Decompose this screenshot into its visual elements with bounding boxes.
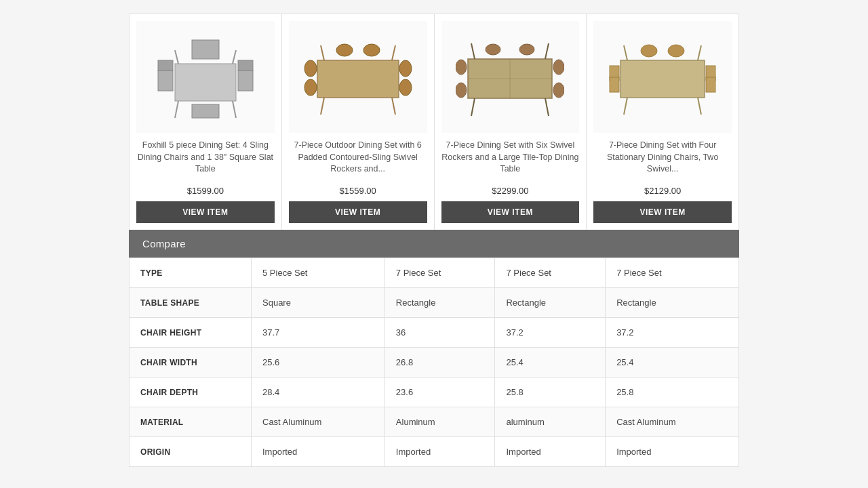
svg-point-19: [399, 79, 412, 96]
attr-value-4-3: 25.8: [606, 378, 739, 407]
products-row: Foxhill 5 piece Dining Set: 4 Sling Dini…: [129, 14, 739, 230]
svg-point-20: [336, 44, 353, 56]
view-item-button-4[interactable]: VIEW ITEM: [593, 201, 732, 223]
svg-point-31: [553, 60, 564, 75]
svg-line-2: [233, 101, 236, 118]
attr-value-2-1: 36: [384, 318, 495, 348]
attr-label-3: CHAIR WIDTH: [130, 348, 252, 378]
svg-point-45: [668, 45, 684, 57]
product-price-4: $2129.00: [644, 186, 681, 196]
svg-rect-8: [238, 60, 253, 70]
product-name-1: Foxhill 5 piece Dining Set: 4 Sling Dini…: [136, 140, 275, 180]
attr-value-5-0: Cast Aluminum: [252, 407, 385, 437]
attr-value-5-1: Aluminum: [384, 407, 495, 437]
svg-rect-41: [610, 77, 619, 92]
svg-line-25: [471, 98, 475, 116]
svg-point-33: [486, 44, 500, 55]
product-card-1: Foxhill 5 piece Dining Set: 4 Sling Dini…: [130, 14, 282, 230]
attr-value-5-3: Cast Aluminum: [606, 407, 739, 437]
svg-point-29: [456, 60, 467, 75]
attr-value-1-3: Rectangle: [606, 288, 739, 318]
attr-value-3-0: 25.6: [252, 348, 385, 378]
svg-point-18: [399, 60, 412, 77]
attr-label-2: CHAIR HEIGHT: [130, 318, 252, 348]
svg-line-39: [698, 45, 701, 60]
product-name-3: 7-Piece Dining Set with Six Swivel Rocke…: [441, 140, 580, 180]
svg-rect-7: [238, 70, 253, 91]
attr-value-6-0: Imported: [252, 437, 385, 467]
svg-line-37: [698, 98, 701, 115]
svg-line-38: [624, 45, 627, 60]
attr-value-0-0: 5 Piece Set: [252, 258, 385, 288]
attr-value-0-3: 7 Piece Set: [606, 258, 739, 288]
attr-value-0-2: 7 Piece Set: [495, 258, 606, 288]
attr-value-1-0: Square: [252, 288, 385, 318]
product-image-1: [136, 21, 275, 133]
svg-point-32: [553, 83, 564, 98]
attr-value-3-2: 25.4: [495, 348, 606, 378]
svg-point-44: [641, 45, 657, 57]
svg-line-12: [321, 98, 324, 115]
svg-point-21: [363, 44, 380, 56]
compare-header: Compare: [129, 230, 739, 258]
attr-value-1-2: Rectangle: [495, 288, 606, 318]
svg-rect-6: [158, 60, 173, 70]
main-container: Foxhill 5 piece Dining Set: 4 Sling Dini…: [129, 14, 739, 467]
product-image-2: [289, 21, 427, 133]
attr-value-6-2: Imported: [495, 437, 606, 467]
product-price-2: $1559.00: [340, 186, 376, 196]
attr-value-6-1: Imported: [384, 437, 495, 467]
svg-rect-5: [158, 70, 173, 91]
attr-label-6: ORIGIN: [130, 437, 252, 467]
attr-value-4-2: 25.8: [495, 378, 606, 407]
svg-line-36: [624, 98, 627, 115]
product-name-2: 7-Piece Outdoor Dining Set with 6 Padded…: [289, 140, 427, 180]
svg-rect-0: [175, 64, 236, 101]
compare-table: TYPE5 Piece Set7 Piece Set7 Piece Set7 P…: [129, 258, 739, 467]
svg-point-16: [304, 60, 317, 77]
svg-point-30: [456, 83, 467, 98]
product-name-4: 7-Piece Dining Set with Four Stationary …: [593, 140, 732, 180]
svg-line-28: [545, 43, 549, 59]
svg-line-27: [471, 43, 475, 59]
svg-rect-43: [706, 77, 715, 92]
svg-line-13: [392, 98, 395, 115]
svg-point-17: [304, 79, 317, 96]
attr-label-0: TYPE: [130, 258, 252, 288]
attr-value-4-0: 28.4: [252, 378, 385, 407]
attr-value-3-3: 25.4: [606, 348, 739, 378]
svg-rect-11: [317, 60, 399, 98]
product-image-3: [441, 21, 580, 133]
svg-line-26: [545, 98, 549, 116]
attr-value-4-1: 23.6: [384, 378, 495, 407]
attr-value-2-2: 37.2: [495, 318, 606, 348]
attr-value-6-3: Imported: [606, 437, 739, 467]
view-item-button-3[interactable]: VIEW ITEM: [441, 201, 580, 223]
svg-line-15: [392, 45, 395, 60]
attr-label-4: CHAIR DEPTH: [130, 378, 252, 407]
attr-label-1: TABLE SHAPE: [130, 288, 252, 318]
view-item-button-1[interactable]: VIEW ITEM: [136, 201, 275, 223]
product-price-3: $2299.00: [492, 186, 528, 196]
product-image-4: [593, 21, 732, 133]
svg-line-3: [175, 50, 178, 64]
svg-rect-9: [192, 40, 219, 59]
svg-rect-10: [192, 104, 219, 118]
svg-line-1: [175, 101, 178, 118]
product-price-1: $1599.00: [187, 186, 224, 196]
svg-line-14: [321, 45, 324, 60]
product-card-4: 7-Piece Dining Set with Four Stationary …: [587, 14, 738, 230]
product-card-2: 7-Piece Outdoor Dining Set with 6 Padded…: [282, 14, 435, 230]
attr-value-0-1: 7 Piece Set: [384, 258, 495, 288]
svg-line-4: [233, 50, 236, 64]
attr-value-3-1: 26.8: [384, 348, 495, 378]
attr-value-5-2: aluminum: [495, 407, 606, 437]
product-card-3: 7-Piece Dining Set with Six Swivel Rocke…: [435, 14, 587, 230]
attr-value-2-0: 37.7: [252, 318, 385, 348]
attr-label-5: MATERIAL: [130, 407, 252, 437]
svg-point-34: [519, 44, 534, 55]
attr-value-1-1: Rectangle: [384, 288, 495, 318]
view-item-button-2[interactable]: VIEW ITEM: [289, 201, 427, 223]
svg-rect-35: [620, 60, 705, 98]
attr-value-2-3: 37.2: [606, 318, 739, 348]
